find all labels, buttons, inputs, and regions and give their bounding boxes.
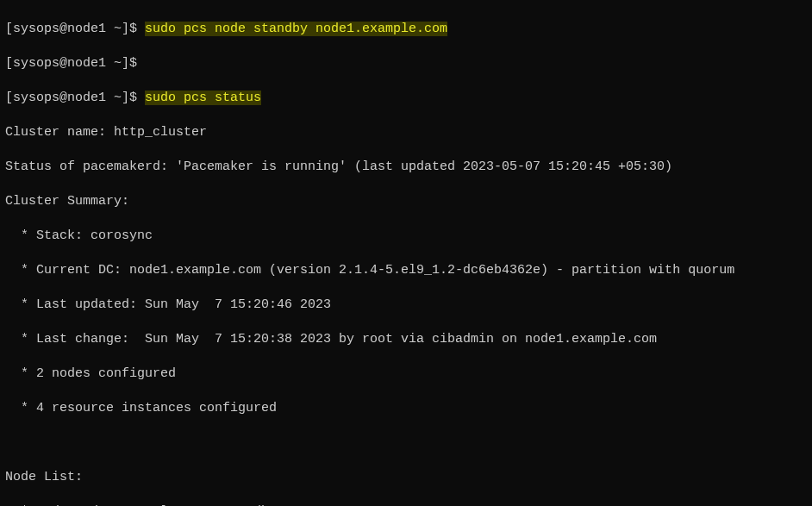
cluster-summary-header: Cluster Summary: [5, 193, 807, 210]
summary-stack: * Stack: corosync [5, 228, 807, 245]
summary-resources-configured: * 4 resource instances configured [5, 400, 807, 417]
terminal[interactable]: [sysops@node1 ~]$ sudo pcs node standby … [0, 0, 812, 506]
shell-prompt[interactable]: [sysops@node1 ~]$ [5, 22, 145, 36]
summary-current-dc: * Current DC: node1.example.com (version… [5, 262, 807, 279]
shell-prompt[interactable]: [sysops@node1 ~]$ [5, 91, 145, 105]
node-list-header: Node List: [5, 469, 807, 486]
prompt-line-3: [sysops@node1 ~]$ sudo pcs status [5, 90, 807, 107]
summary-nodes-configured: * 2 nodes configured [5, 365, 807, 383]
shell-prompt[interactable]: [sysops@node1 ~]$ [5, 56, 145, 71]
prompt-line-1: [sysops@node1 ~]$ sudo pcs node standby … [5, 21, 807, 38]
summary-last-updated: * Last updated: Sun May 7 15:20:46 2023 [5, 297, 807, 314]
pacemakerd-status: Status of pacemakerd: 'Pacemaker is runn… [5, 159, 807, 176]
prompt-line-2: [sysops@node1 ~]$ [5, 55, 807, 72]
command-status: sudo pcs status [145, 91, 261, 105]
command-standby: sudo pcs node standby node1.example.com [145, 22, 447, 36]
cluster-name: Cluster name: http_cluster [5, 124, 807, 141]
blank-line [5, 434, 807, 452]
summary-last-change: * Last change: Sun May 7 15:20:38 2023 b… [5, 331, 807, 348]
